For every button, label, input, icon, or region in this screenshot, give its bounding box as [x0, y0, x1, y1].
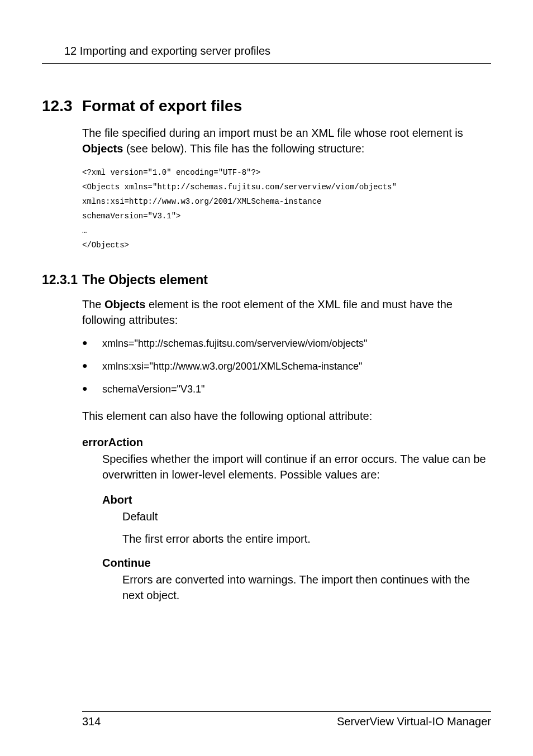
- bullet-text-2: xmlns:xsi="http://www.w3.org/2001/XMLSch…: [102, 360, 362, 374]
- sub-intro-bold: Objects: [104, 298, 145, 310]
- section-heading: 12.3 Format of export files: [42, 97, 491, 115]
- optional-attr-text: This element can also have the following…: [82, 408, 491, 424]
- intro-bold: Objects: [82, 142, 123, 155]
- subsection-title: The Objects element: [82, 272, 208, 288]
- subterm-name-abort: Abort: [102, 494, 491, 506]
- section-title: Format of export files: [82, 97, 242, 115]
- bullet-icon: ●: [82, 382, 102, 395]
- code-line-4: schemaVersion="V3.1">: [82, 209, 491, 223]
- section-number: 12.3: [42, 97, 82, 115]
- subterm-abort: Abort Default The first error aborts the…: [102, 494, 491, 547]
- list-item: ● xmlns="http://schemas.fujitsu.com/serv…: [82, 337, 491, 351]
- bullet-list: ● xmlns="http://schemas.fujitsu.com/serv…: [82, 337, 491, 397]
- subsection-heading: 12.3.1 The Objects element: [42, 272, 491, 288]
- term-name: errorAction: [82, 436, 491, 449]
- intro-text-1: The file specified during an import must…: [82, 127, 463, 139]
- product-name: ServerView Virtual-IO Manager: [337, 715, 491, 728]
- footer-rule: [82, 711, 491, 712]
- code-line-5: …: [82, 223, 491, 238]
- bullet-icon: ●: [82, 337, 102, 349]
- list-item: ● schemaVersion="V3.1": [82, 382, 491, 396]
- bullet-text-1: xmlns="http://schemas.fujitsu.com/server…: [102, 337, 367, 351]
- code-line-6: </Objects>: [82, 238, 491, 252]
- subterm-continue: Continue Errors are converted into warni…: [102, 557, 491, 603]
- subsection-intro: The Objects element is the root element …: [82, 296, 491, 328]
- page-number: 314: [82, 715, 101, 728]
- subterm-default: Default: [122, 509, 491, 524]
- bullet-text-3: schemaVersion="V3.1": [102, 382, 204, 396]
- code-line-3: xmlns:xsi=http://www.w3.org/2001/XMLSche…: [82, 194, 491, 209]
- intro-text-2: (see below). This file has the following…: [123, 142, 364, 155]
- subsection-number: 12.3.1: [42, 272, 82, 288]
- page-footer: 314 ServerView Virtual-IO Manager: [42, 711, 491, 728]
- footer-row: 314 ServerView Virtual-IO Manager: [42, 715, 491, 728]
- term-desc: Specifies whether the import will contin…: [102, 451, 491, 482]
- bullet-icon: ●: [82, 360, 102, 372]
- subterm-desc-continue: Errors are converted into warnings. The …: [122, 572, 491, 603]
- code-block: <?xml version="1.0" encoding="UTF-8"?> <…: [82, 165, 491, 252]
- code-line-2: <Objects xmlns="http://schemas.fujitsu.c…: [82, 180, 491, 194]
- subterm-name-continue: Continue: [102, 557, 491, 570]
- header-rule: [42, 63, 491, 64]
- code-line-1: <?xml version="1.0" encoding="UTF-8"?>: [82, 165, 491, 180]
- subterm-desc-abort: The first error aborts the entire import…: [122, 531, 491, 547]
- page-header: 12 Importing and exporting server profil…: [42, 45, 491, 58]
- sub-intro-text-1: The: [82, 298, 104, 310]
- term-erroraction: errorAction Specifies whether the import…: [82, 436, 491, 603]
- list-item: ● xmlns:xsi="http://www.w3.org/2001/XMLS…: [82, 360, 491, 374]
- section-intro: The file specified during an import must…: [82, 125, 491, 156]
